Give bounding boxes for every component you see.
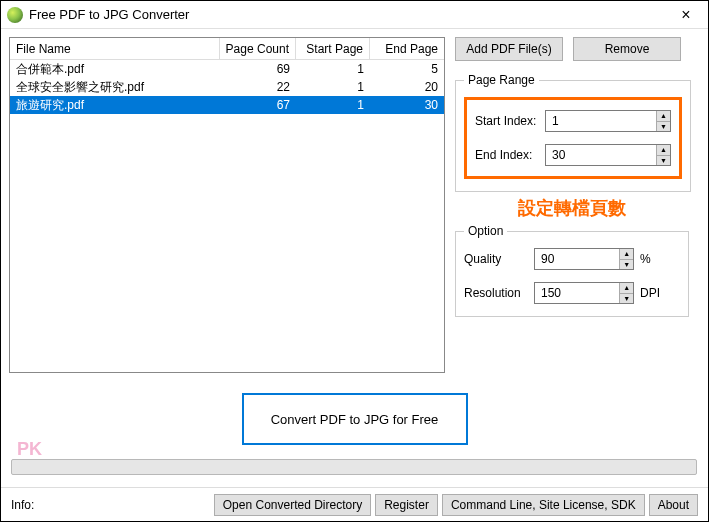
col-filename[interactable]: File Name [10,38,220,59]
resolution-suffix: DPI [640,286,660,300]
open-directory-button[interactable]: Open Converted Directory [214,494,371,516]
col-endpage[interactable]: End Page [370,38,444,59]
cell-filename: 全球安全影響之研究.pdf [10,79,220,96]
about-button[interactable]: About [649,494,698,516]
spin-down-icon[interactable]: ▼ [657,156,670,166]
watermark: PK [17,439,42,460]
cell-end: 20 [370,80,444,94]
col-pagecount[interactable]: Page Count [220,38,296,59]
spin-up-icon[interactable]: ▲ [657,111,670,122]
spin-up-icon[interactable]: ▲ [620,283,633,294]
cell-pages: 22 [220,80,296,94]
quality-input[interactable] [535,249,619,269]
cell-filename: 旅遊研究.pdf [10,97,220,114]
cell-end: 30 [370,98,444,112]
info-label: Info: [11,498,210,512]
table-row[interactable]: 全球安全影響之研究.pdf 22 1 20 [10,78,444,96]
table-row[interactable]: 合併範本.pdf 69 1 5 [10,60,444,78]
page-range-group: Page Range Start Index: ▲ ▼ End Index: [455,73,691,192]
option-group: Option Quality ▲ ▼ % Resolution ▲ [455,224,689,317]
quality-suffix: % [640,252,651,266]
file-list[interactable]: File Name Page Count Start Page End Page… [9,37,445,373]
option-legend: Option [464,224,507,238]
cell-start: 1 [296,62,370,76]
window-title: Free PDF to JPG Converter [29,7,670,22]
progress-bar [11,459,697,475]
highlight-box: Start Index: ▲ ▼ End Index: ▲ [464,97,682,179]
start-index-label: Start Index: [475,114,545,128]
start-index-input[interactable] [546,111,656,131]
resolution-input[interactable] [535,283,619,303]
table-row[interactable]: 旅遊研究.pdf 67 1 30 [10,96,444,114]
end-index-input[interactable] [546,145,656,165]
remove-button[interactable]: Remove [573,37,681,61]
cell-filename: 合併範本.pdf [10,61,220,78]
cell-start: 1 [296,98,370,112]
titlebar: Free PDF to JPG Converter × [1,1,708,29]
footer: Info: Open Converted Directory Register … [1,487,708,521]
cell-start: 1 [296,80,370,94]
annotation-text: 設定轉檔頁數 [455,196,689,220]
spin-up-icon[interactable]: ▲ [657,145,670,156]
cell-pages: 67 [220,98,296,112]
close-icon[interactable]: × [670,4,702,26]
spin-down-icon[interactable]: ▼ [657,122,670,132]
end-index-spinner[interactable]: ▲ ▼ [545,144,671,166]
quality-label: Quality [464,252,534,266]
cmdline-button[interactable]: Command Line, Site License, SDK [442,494,645,516]
spin-up-icon[interactable]: ▲ [620,249,633,260]
quality-spinner[interactable]: ▲ ▼ [534,248,634,270]
resolution-spinner[interactable]: ▲ ▼ [534,282,634,304]
add-pdf-button[interactable]: Add PDF File(s) [455,37,563,61]
col-startpage[interactable]: Start Page [296,38,370,59]
resolution-label: Resolution [464,286,534,300]
cell-end: 5 [370,62,444,76]
file-list-header[interactable]: File Name Page Count Start Page End Page [10,38,444,60]
page-range-legend: Page Range [464,73,539,87]
app-icon [7,7,23,23]
cell-pages: 69 [220,62,296,76]
register-button[interactable]: Register [375,494,438,516]
spin-down-icon[interactable]: ▼ [620,260,633,270]
convert-button[interactable]: Convert PDF to JPG for Free [242,393,468,445]
start-index-spinner[interactable]: ▲ ▼ [545,110,671,132]
end-index-label: End Index: [475,148,545,162]
spin-down-icon[interactable]: ▼ [620,294,633,304]
